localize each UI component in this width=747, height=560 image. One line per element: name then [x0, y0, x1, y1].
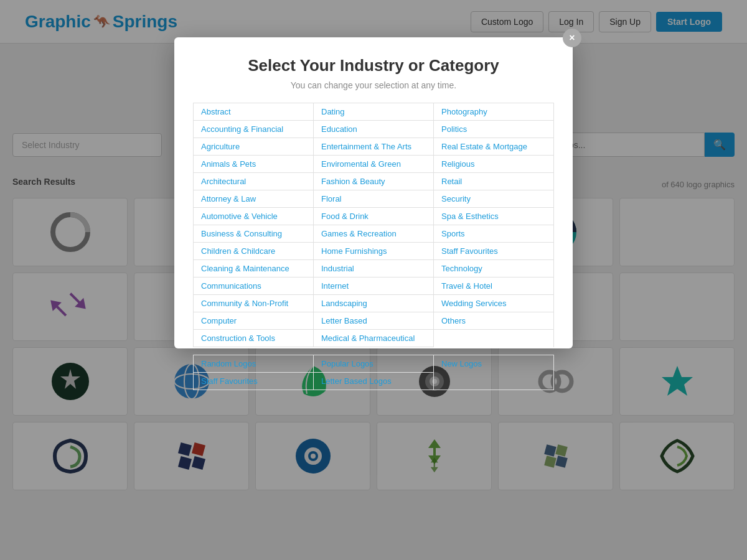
- category-automotive[interactable]: Automotive & Vehicle: [194, 208, 313, 225]
- category-real-estate[interactable]: Real Estate & Mortgage: [434, 138, 553, 156]
- category-industrial[interactable]: Industrial: [314, 260, 433, 278]
- category-environmental[interactable]: Enviromental & Green: [314, 156, 433, 173]
- category-games[interactable]: Games & Recreation: [314, 225, 433, 243]
- category-photography[interactable]: Photography: [434, 103, 553, 121]
- category-children[interactable]: Children & Childcare: [194, 243, 313, 260]
- category-architectural[interactable]: Architectural: [194, 173, 313, 190]
- category-internet[interactable]: Internet: [314, 278, 433, 295]
- category-technology[interactable]: Technology: [434, 260, 553, 278]
- staff-fav-link[interactable]: Staff Favourites: [194, 372, 313, 390]
- modal-category-grid: Abstract Accounting & Financial Agricult…: [193, 103, 554, 347]
- category-entertainment[interactable]: Entertainment & The Arts: [314, 138, 433, 156]
- industry-modal: × Select Your Industry or Category You c…: [174, 37, 573, 348]
- category-community[interactable]: Community & Non-Profit: [194, 295, 313, 312]
- modal-close-button[interactable]: ×: [563, 29, 581, 47]
- category-sports[interactable]: Sports: [434, 225, 553, 243]
- category-landscaping[interactable]: Landscaping: [314, 295, 433, 312]
- category-letter-based[interactable]: Letter Based: [314, 312, 433, 330]
- modal-col-2: Dating Education Entertainment & The Art…: [314, 103, 434, 347]
- category-travel[interactable]: Travel & Hotel: [434, 278, 553, 295]
- modal-footer: Random Logos Staff Favourites Popular Lo…: [193, 355, 554, 390]
- category-business[interactable]: Business & Consulting: [194, 225, 313, 243]
- category-agriculture[interactable]: Agriculture: [194, 138, 313, 156]
- modal-title: Select Your Industry or Category: [193, 56, 554, 75]
- category-animals[interactable]: Animals & Pets: [194, 156, 313, 173]
- popular-logos-link[interactable]: Popular Logos: [314, 355, 433, 372]
- category-food[interactable]: Food & Drink: [314, 208, 433, 225]
- category-abstract[interactable]: Abstract: [194, 103, 313, 121]
- category-medical[interactable]: Medical & Pharmaceutical: [314, 330, 433, 347]
- modal-overlay: × Select Your Industry or Category You c…: [0, 0, 747, 560]
- category-spa[interactable]: Spa & Esthetics: [434, 208, 553, 225]
- modal-col-3: Photography Politics Real Estate & Mortg…: [434, 103, 554, 347]
- category-others[interactable]: Others: [434, 312, 553, 330]
- category-cleaning[interactable]: Cleaning & Maintenance: [194, 260, 313, 278]
- category-politics[interactable]: Politics: [434, 121, 553, 138]
- category-staff-fav[interactable]: Staff Favourites: [434, 243, 553, 260]
- category-communications[interactable]: Communications: [194, 278, 313, 295]
- category-construction[interactable]: Construction & Tools: [194, 330, 313, 347]
- category-security[interactable]: Security: [434, 190, 553, 208]
- category-home[interactable]: Home Furnishings: [314, 243, 433, 260]
- random-logos-link[interactable]: Random Logos: [194, 355, 313, 372]
- category-floral[interactable]: Floral: [314, 190, 433, 208]
- category-dating[interactable]: Dating: [314, 103, 433, 121]
- category-accounting[interactable]: Accounting & Financial: [194, 121, 313, 138]
- modal-subtitle: You can change your selection at any tim…: [193, 80, 554, 90]
- letter-based-logos-link[interactable]: Letter Based Logos: [314, 372, 433, 390]
- new-logos-link[interactable]: New Logos: [434, 355, 553, 372]
- category-religious[interactable]: Religious: [434, 156, 553, 173]
- modal-footer-col-2: Popular Logos Letter Based Logos: [314, 355, 434, 390]
- category-attorney[interactable]: Attorney & Law: [194, 190, 313, 208]
- modal-footer-col-1: Random Logos Staff Favourites: [194, 355, 314, 390]
- category-education[interactable]: Education: [314, 121, 433, 138]
- modal-col-1: Abstract Accounting & Financial Agricult…: [194, 103, 314, 347]
- category-computer[interactable]: Computer: [194, 312, 313, 330]
- category-wedding[interactable]: Wedding Services: [434, 295, 553, 312]
- modal-footer-col-3: New Logos -: [434, 355, 554, 390]
- category-retail[interactable]: Retail: [434, 173, 553, 190]
- category-fashion[interactable]: Fashion & Beauty: [314, 173, 433, 190]
